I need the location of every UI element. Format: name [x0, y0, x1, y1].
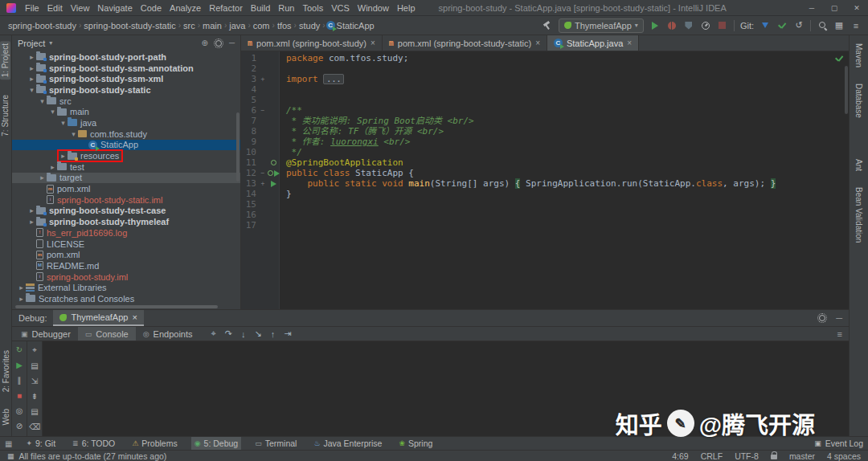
tree-row-src[interactable]: ▾src: [12, 96, 240, 107]
breadcrumb-item-main[interactable]: main: [201, 21, 223, 31]
step-over-icon[interactable]: ↷: [225, 328, 232, 339]
view-breakpoints-icon[interactable]: ◎: [16, 406, 23, 415]
tree-collapsed-arrow-icon[interactable]: ▸: [27, 75, 36, 83]
pause-icon[interactable]: ∥: [18, 376, 22, 385]
layout-settings-icon[interactable]: ≡: [837, 329, 842, 339]
tree-collapsed-arrow-icon[interactable]: ▸: [17, 284, 26, 292]
breadcrumb-item-tfos[interactable]: tfos: [276, 21, 293, 31]
step-into-icon[interactable]: ↓: [241, 329, 246, 339]
locate-file-button[interactable]: ⊕: [202, 39, 208, 47]
tree-row-java[interactable]: ▾java: [12, 117, 240, 129]
event-list-button[interactable]: ≡: [850, 18, 862, 33]
tree-row-spring-boot-study-thymeleaf[interactable]: ▸spring-boot-study-thymeleaf: [12, 216, 240, 227]
close-tab-icon[interactable]: ×: [371, 39, 375, 47]
fold-marker[interactable]: +: [259, 74, 267, 84]
tool-stripe-button-web[interactable]: Web: [1, 406, 11, 427]
tree-row-spring-boot-study-iml[interactable]: ispring-boot-study.iml: [12, 271, 240, 283]
tree-row-resources[interactable]: ▸resources: [12, 150, 240, 161]
editor-body[interactable]: 1package com.tfos.study;23+import ...456…: [241, 51, 849, 309]
tool-window-button-problems[interactable]: ⚠Problems: [129, 437, 180, 450]
close-tab-icon[interactable]: ×: [627, 39, 632, 47]
editor-tab-staticapp-java[interactable]: CStaticApp.java×: [547, 35, 639, 51]
tool-window-button-9-git[interactable]: ✦9: Git: [23, 437, 59, 450]
menu-tools[interactable]: Tools: [298, 3, 327, 13]
close-button[interactable]: ✕: [845, 0, 868, 16]
resume-icon[interactable]: ▶: [16, 361, 23, 369]
menu-navigate[interactable]: Navigate: [93, 3, 136, 13]
menu-edit[interactable]: Edit: [43, 3, 67, 13]
tree-collapsed-arrow-icon[interactable]: ▸: [17, 295, 26, 303]
debug-tab-endpoints[interactable]: ◎Endpoints: [136, 327, 200, 341]
debug-session-tab[interactable]: ThymeleafApp ×: [53, 310, 143, 326]
tree-row-staticapp[interactable]: CStaticApp: [12, 140, 240, 151]
gear-icon[interactable]: [215, 39, 223, 47]
run-main-gutter-icon[interactable]: [271, 181, 276, 187]
caret-position-widget[interactable]: 4:69: [672, 451, 688, 461]
gear-icon[interactable]: [818, 314, 826, 322]
tree-row-external-libraries[interactable]: ▸External Libraries: [12, 282, 240, 293]
tree-row-license[interactable]: LICENSE: [12, 239, 240, 250]
clear-all-icon[interactable]: ⌫: [29, 422, 40, 431]
tool-stripe-button-1-project[interactable]: 1: Project: [0, 41, 10, 80]
hide-debug-panel-button[interactable]: ─: [836, 313, 842, 323]
tree-row-readme-md[interactable]: MREADME.md: [12, 260, 240, 271]
debug-button[interactable]: [666, 18, 678, 33]
menu-analyze[interactable]: Analyze: [166, 3, 205, 13]
pin-tab-icon[interactable]: ⇲: [31, 377, 38, 386]
chevron-down-icon[interactable]: ▾: [49, 39, 52, 47]
breadcrumb-item-src[interactable]: src: [182, 21, 197, 31]
spring-bean-gutter-icon[interactable]: [271, 160, 276, 165]
breadcrumb-item-study[interactable]: study: [297, 21, 321, 31]
inspection-ok-icon[interactable]: [835, 55, 844, 63]
run-configuration-select[interactable]: ThymeleafApp ▾: [559, 18, 644, 33]
stop-button[interactable]: [717, 18, 728, 33]
menu-build[interactable]: Build: [247, 3, 274, 13]
step-out-icon[interactable]: ↑: [271, 329, 276, 339]
fold-marker[interactable]: +: [259, 178, 267, 189]
tree-collapsed-arrow-icon[interactable]: ▸: [59, 152, 68, 160]
run-button[interactable]: [649, 18, 661, 33]
tree-expanded-arrow-icon[interactable]: ▾: [27, 86, 36, 94]
tree-row-pom-xml[interactable]: mpom.xml: [12, 249, 240, 260]
run-class-gutter-icon[interactable]: [274, 170, 280, 177]
tree-collapsed-arrow-icon[interactable]: ▸: [27, 53, 36, 61]
tree-row-target[interactable]: ▸target: [12, 173, 240, 184]
tool-stripe-button-ant[interactable]: Ant: [854, 157, 864, 173]
build-button[interactable]: [542, 18, 553, 33]
run-to-cursor-icon[interactable]: ⇥: [284, 328, 291, 339]
tree-collapsed-arrow-icon[interactable]: ▸: [27, 206, 36, 214]
revert-button[interactable]: ↺: [793, 18, 805, 33]
tree-row-spring-boot-study-static-iml[interactable]: ispring-boot-study-static.iml: [12, 194, 240, 206]
tree-collapsed-arrow-icon[interactable]: ▸: [48, 163, 57, 171]
indent-widget[interactable]: 4 spaces: [827, 451, 861, 461]
close-session-icon[interactable]: ×: [132, 312, 137, 322]
tool-windows-button[interactable]: ▦: [833, 18, 845, 33]
show-execution-point-icon[interactable]: ⌖: [211, 328, 216, 339]
breadcrumb-item-spring-boot-study[interactable]: spring-boot-study: [6, 21, 78, 31]
fold-marker[interactable]: −: [259, 105, 267, 116]
tool-window-button-spring[interactable]: ❀Spring: [395, 437, 436, 450]
event-log-button[interactable]: ▣ Event Log: [814, 439, 863, 448]
tree-row-spring-boot-study-test-case[interactable]: ▸spring-boot-study-test-case: [12, 206, 240, 217]
mute-breakpoints-icon[interactable]: ⊘: [16, 422, 23, 430]
tree-collapsed-arrow-icon[interactable]: ▸: [27, 218, 36, 226]
stop-icon[interactable]: ■: [17, 391, 22, 400]
rerun-icon[interactable]: ↻: [16, 345, 23, 354]
tree-row-spring-boot-study-port-path[interactable]: ▸spring-boot-study-port-path: [12, 51, 240, 63]
tree-row-spring-boot-study-ssm-annotation[interactable]: ▸spring-boot-study-ssm-annotation: [12, 63, 240, 74]
close-tab-icon[interactable]: ×: [535, 39, 540, 47]
breadcrumb-item-java[interactable]: java: [227, 21, 247, 31]
vertical-scrollbar[interactable]: [236, 112, 240, 182]
encoding-widget[interactable]: UTF-8: [735, 451, 759, 461]
tool-stripe-button-2-favorites[interactable]: 2: Favorites: [1, 348, 11, 394]
restore-layout-icon[interactable]: ▤: [31, 361, 38, 370]
tool-window-button-java-enterprise[interactable]: ♨Java Enterprise: [310, 437, 385, 450]
menu-refactor[interactable]: Refactor: [205, 3, 247, 13]
hide-frames-icon[interactable]: ⌖: [32, 345, 37, 355]
tree-expanded-arrow-icon[interactable]: ▾: [38, 97, 47, 105]
tree-collapsed-arrow-icon[interactable]: ▸: [27, 64, 36, 72]
tool-stripe-button-maven[interactable]: Maven: [854, 41, 864, 70]
coverage-button[interactable]: [683, 18, 694, 33]
menu-run[interactable]: Run: [274, 3, 298, 13]
minimize-button[interactable]: ─: [800, 0, 823, 16]
